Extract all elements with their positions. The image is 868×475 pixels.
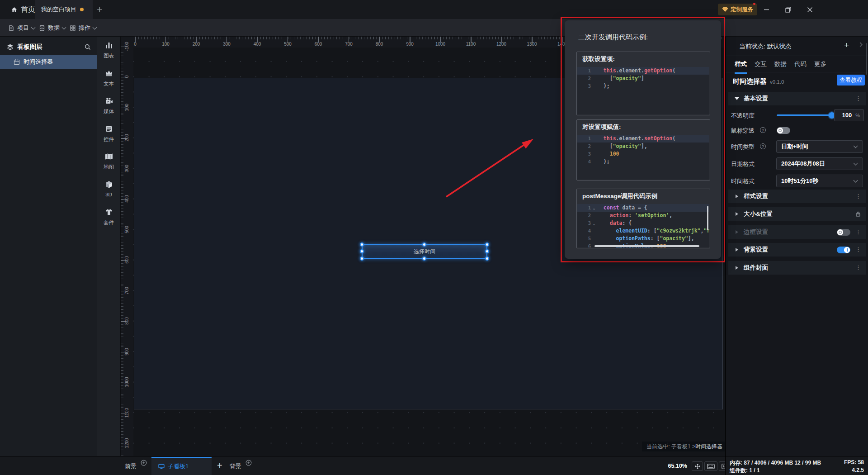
project-tab[interactable]: 我的空白项目 bbox=[35, 0, 93, 19]
component-name: 时间选择器 bbox=[733, 77, 767, 86]
section-样式设置[interactable]: 样式设置⋮ bbox=[728, 190, 866, 203]
code-token bbox=[597, 220, 610, 226]
code-token: [ bbox=[610, 75, 613, 81]
tab-代码[interactable]: 代码 bbox=[794, 56, 807, 72]
tool-item-label: 媒体 bbox=[97, 108, 120, 115]
zoom-level[interactable]: 65.10% bbox=[656, 463, 687, 469]
tab-更多[interactable]: 更多 bbox=[814, 56, 826, 72]
resize-handle-ne[interactable] bbox=[485, 242, 489, 247]
add-background-icon[interactable] bbox=[245, 460, 252, 466]
background-tab[interactable]: 背景 bbox=[230, 462, 241, 470]
code-token: optionPaths bbox=[616, 235, 651, 242]
fold-spacer bbox=[591, 75, 597, 83]
resize-handle-w[interactable] bbox=[360, 249, 364, 253]
help-icon[interactable]: ? bbox=[760, 143, 766, 149]
sidebar-item-text[interactable]: 文本 bbox=[97, 69, 120, 87]
section-basic-settings[interactable]: 基本设置 ⋮ bbox=[728, 92, 866, 105]
date-format-value: 2024年08月08日 bbox=[781, 160, 825, 168]
chevron-down-icon bbox=[93, 25, 97, 29]
code-line: 3 ); bbox=[577, 82, 709, 90]
section-menu-icon[interactable]: ⋮ bbox=[855, 247, 861, 252]
section-组件封面[interactable]: 组件封面⋮ bbox=[728, 261, 866, 275]
time-picker-component[interactable]: 选择时间 bbox=[362, 244, 487, 259]
search-icon[interactable] bbox=[84, 43, 91, 51]
sidebar-item-kit[interactable]: 套件 bbox=[97, 208, 120, 226]
section-menu-icon[interactable]: ⋮ bbox=[855, 194, 861, 199]
h-scrollbar[interactable] bbox=[594, 245, 699, 247]
add-board-button[interactable]: + bbox=[217, 461, 222, 471]
code-box-0: 获取设置项:1 this.element.getOption(2 ["opaci… bbox=[576, 52, 710, 115]
time-type-select[interactable]: 日期+时间 bbox=[776, 140, 863, 153]
tab-数据[interactable]: 数据 bbox=[774, 56, 787, 72]
menu-operations[interactable]: 操作 bbox=[66, 19, 100, 37]
mouse-through-toggle[interactable] bbox=[777, 127, 790, 134]
section-边框设置[interactable]: 边框设置⋮ bbox=[728, 225, 866, 239]
code-box-2: postMessage调用代码示例1⌄ const data = {2 acti… bbox=[576, 189, 710, 248]
section-label: 大小&位置 bbox=[744, 210, 773, 218]
tab-交互[interactable]: 交互 bbox=[755, 56, 767, 72]
help-icon[interactable]: ? bbox=[760, 127, 766, 133]
code-line: 4 elementUID: ["c9ozws2ktrjk","rjrbjg3fl… bbox=[577, 227, 709, 235]
opacity-slider[interactable] bbox=[777, 114, 833, 116]
view-tutorial-button[interactable]: 查看教程 bbox=[837, 75, 865, 86]
menu-project-label: 项目 bbox=[17, 24, 29, 32]
sidebar-item-map[interactable]: 地图 bbox=[97, 152, 120, 171]
time-format-select[interactable]: 10时51分10秒 bbox=[776, 175, 863, 187]
close-button[interactable] bbox=[802, 0, 817, 19]
menu-project[interactable]: 项目 bbox=[5, 19, 38, 37]
date-format-select[interactable]: 2024年08月08日 bbox=[776, 157, 863, 170]
v-scrollbar[interactable] bbox=[707, 206, 708, 230]
cube-3d-icon bbox=[104, 180, 113, 189]
section-toggle-on[interactable] bbox=[837, 247, 850, 253]
resize-handle-sw[interactable] bbox=[360, 256, 364, 261]
date-format-label: 日期格式 bbox=[731, 160, 755, 168]
resize-handle-se[interactable] bbox=[485, 256, 489, 261]
chevron-down-icon bbox=[854, 161, 858, 166]
tab-样式[interactable]: 样式 bbox=[735, 56, 747, 74]
section-label: 组件封面 bbox=[744, 264, 768, 272]
resize-handle-n[interactable] bbox=[422, 242, 426, 247]
sidebar-item-cube-3d[interactable]: 3D bbox=[97, 180, 120, 197]
menu-data[interactable]: 数据 bbox=[35, 19, 69, 37]
section-toggle-off[interactable] bbox=[837, 229, 850, 236]
tool-item-label: 文本 bbox=[97, 81, 120, 87]
keyboard-shortcuts-button[interactable] bbox=[704, 461, 717, 471]
component-version: v0.1.0 bbox=[770, 79, 784, 85]
code-token: action bbox=[610, 212, 629, 218]
custom-service-badge[interactable]: 定制服务 bbox=[718, 4, 757, 15]
new-tab-button[interactable]: + bbox=[97, 4, 102, 15]
section-背景设置[interactable]: 背景设置⋮ bbox=[728, 243, 866, 256]
resize-handle-s[interactable] bbox=[422, 256, 426, 261]
resize-handle-e[interactable] bbox=[485, 249, 489, 253]
chevron-right-icon[interactable] bbox=[858, 43, 863, 47]
subboard-tab[interactable]: 子看板1 bbox=[151, 457, 212, 475]
foreground-tab[interactable]: 前景 bbox=[125, 462, 137, 470]
layer-item-time-picker[interactable]: 时间选择器 bbox=[0, 55, 97, 69]
panel-scrollbar[interactable] bbox=[866, 43, 867, 75]
sidebar-item-chart[interactable]: 图表 bbox=[97, 41, 120, 59]
code-token: this bbox=[604, 67, 616, 74]
code-area[interactable]: 1⌄ const data = {2 action: 'setOption',3… bbox=[577, 204, 709, 247]
sidebar-item-media[interactable]: 媒体 bbox=[97, 96, 120, 115]
home-tab-label: 首页 bbox=[21, 5, 35, 14]
add-foreground-icon[interactable] bbox=[141, 460, 147, 466]
section-menu-icon[interactable]: ⋮ bbox=[855, 230, 861, 234]
sidebar-item-widget[interactable]: 控件 bbox=[97, 124, 120, 143]
fit-screen-button[interactable] bbox=[692, 461, 703, 471]
section-menu-icon[interactable]: ⋮ bbox=[855, 266, 861, 270]
restore-button[interactable] bbox=[780, 0, 796, 19]
opacity-value-box[interactable]: 100 % bbox=[834, 109, 864, 121]
fold-spacer bbox=[591, 135, 597, 143]
add-state-button[interactable]: + bbox=[844, 40, 849, 50]
code-box-title: postMessage调用代码示例 bbox=[577, 189, 710, 204]
layer-item-label: 时间选择器 bbox=[24, 58, 53, 66]
code-area[interactable]: 1 this.element.setOption(2 ["opacity"],3… bbox=[577, 135, 709, 180]
code-area[interactable]: 1 this.element.getOption(2 ["opacity"]3 … bbox=[577, 67, 709, 114]
resize-handle-nw[interactable] bbox=[360, 242, 364, 247]
section-size-position[interactable]: 大小&位置 bbox=[728, 207, 866, 221]
tool-item-label: 地图 bbox=[97, 164, 120, 171]
code-line: 4 ); bbox=[577, 158, 709, 166]
minimize-button[interactable] bbox=[759, 0, 774, 19]
section-menu-icon[interactable]: ⋮ bbox=[855, 96, 861, 101]
notification-dot bbox=[753, 3, 755, 5]
